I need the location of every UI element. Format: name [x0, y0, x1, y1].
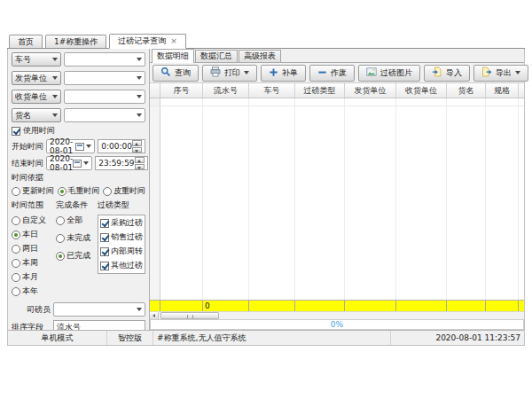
col-header-weigh-type[interactable]: 过磅类型 [295, 83, 345, 98]
grid-new-row[interactable] [150, 98, 524, 106]
weigh-image-button[interactable]: 过磅图片 [358, 65, 420, 82]
status-system-name: #称重系统,无人值守系统 [153, 331, 391, 345]
sort-field-label: 排序字段 [12, 322, 51, 331]
tab-advanced-report[interactable]: 高级报表 [239, 50, 281, 62]
use-time-checkbox[interactable] [12, 127, 20, 136]
chevron-down-icon [137, 308, 142, 311]
chevron-down-icon [52, 58, 58, 61]
grid-empty-area [150, 106, 524, 300]
start-time-label: 开始时间 [12, 141, 43, 153]
tab-data-summary[interactable]: 数据汇总 [195, 50, 238, 62]
tab-record-query[interactable]: 过磅记录查询 × [109, 34, 186, 49]
shipper-field-label: 发货单位 [15, 73, 47, 84]
data-tab-bar: 数据明细 数据汇总 高级报表 [150, 49, 524, 63]
goods-field-selector[interactable]: 货名 [12, 108, 61, 122]
start-date-picker[interactable]: 2020-08-01 [46, 139, 95, 153]
scrollbar-thumb[interactable] [160, 312, 219, 319]
chevron-down-icon [137, 76, 142, 80]
spinner-up-icon[interactable] [135, 157, 145, 163]
end-date-value: 2020-08-01 [50, 154, 73, 172]
radio-selected-icon [56, 252, 65, 261]
shipper-value-combo[interactable] [64, 71, 145, 85]
radio-unfinished[interactable]: 未完成 [56, 232, 94, 244]
scroll-left-arrow-icon[interactable] [150, 312, 159, 319]
radio-this-month[interactable]: 本月 [12, 271, 52, 283]
data-panel: 数据明细 数据汇总 高级报表 查询 打印 [150, 49, 524, 330]
calendar-icon [75, 143, 84, 151]
radio-gross-time[interactable]: 毛重时间 [58, 185, 100, 197]
chevron-down-icon [515, 71, 520, 74]
progress-bar: 0% [150, 319, 524, 330]
col-header-seq[interactable]: 序号 [160, 83, 203, 98]
spinner-down-icon[interactable] [135, 164, 145, 170]
checkbox-purchase[interactable]: 采购过磅 [100, 217, 143, 229]
radio-this-week[interactable]: 本周 [12, 257, 52, 269]
radio-this-year[interactable]: 本年 [12, 286, 52, 297]
chevron-down-icon [83, 161, 89, 165]
radio-custom[interactable]: 自定义 [12, 215, 52, 226]
start-time-spinner[interactable]: 0:00:00 [98, 139, 145, 153]
col-header-goods[interactable]: 货名 [447, 83, 486, 98]
close-icon[interactable]: × [170, 37, 177, 45]
document-tab-bar: 首页 1#称重操作 过磅记录查询 × [7, 34, 525, 49]
query-button[interactable]: 查询 [153, 65, 199, 82]
chevron-down-icon [52, 76, 58, 80]
receiver-value-combo[interactable] [64, 90, 145, 104]
supplement-button[interactable]: 补单 [261, 65, 306, 82]
progress-percent: 0% [331, 320, 343, 329]
shipper-field-selector[interactable]: 发货单位 [12, 71, 61, 85]
tab-weigh-operation-label: 1#称重操作 [54, 36, 98, 48]
col-header-filler [519, 83, 524, 98]
radio-icon [12, 273, 20, 282]
records-grid: 序号 流水号 车号 过磅类型 发货单位 收货单位 货名 规格 [150, 83, 524, 311]
radio-finished[interactable]: 已完成 [56, 250, 94, 262]
goods-value-combo[interactable] [64, 108, 145, 122]
radio-icon [56, 234, 65, 243]
export-button[interactable]: 导出 [473, 65, 528, 82]
radio-all[interactable]: 全部 [56, 215, 94, 226]
time-range-group: 时间范围 自定义 本日 两日 本周 本月 本年 [12, 200, 52, 300]
radio-today[interactable]: 本日 [12, 229, 52, 240]
status-mode: 单机模式 [8, 331, 107, 345]
end-date-picker[interactable]: 2020-08-01 [46, 156, 92, 170]
weigher-combo[interactable] [53, 302, 145, 317]
checkbox-checked-icon [100, 262, 109, 270]
col-header-shipper[interactable]: 发货单位 [345, 83, 396, 98]
radio-update-time[interactable]: 更新时间 [12, 185, 54, 197]
import-button[interactable]: 导入 [424, 65, 470, 82]
spinner-up-icon[interactable] [132, 140, 142, 146]
checkbox-checked-icon [100, 247, 109, 256]
tab-weigh-operation[interactable]: 1#称重操作 [45, 35, 106, 48]
receiver-field-selector[interactable]: 收货单位 [12, 90, 61, 104]
checkbox-checked-icon [100, 219, 109, 228]
radio-tare-time[interactable]: 皮重时间 [103, 185, 145, 197]
radio-icon [12, 216, 20, 225]
spinner-down-icon[interactable] [132, 147, 142, 153]
checkbox-internal[interactable]: 内部周转 [100, 246, 143, 257]
chevron-down-icon [52, 113, 58, 117]
time-range-label: 时间范围 [12, 200, 52, 211]
radio-two-days[interactable]: 两日 [12, 243, 52, 254]
horizontal-scrollbar[interactable] [150, 311, 524, 319]
tab-home[interactable]: 首页 [9, 35, 43, 48]
col-header-spec[interactable]: 规格 [486, 83, 519, 98]
tab-data-detail[interactable]: 数据明细 [152, 49, 194, 63]
checkbox-sale[interactable]: 销售过磅 [100, 231, 143, 243]
col-header-receiver[interactable]: 收货单位 [396, 83, 447, 98]
printer-icon [210, 66, 221, 79]
radio-selected-icon [12, 231, 20, 239]
tab-home-label: 首页 [18, 36, 34, 48]
print-button[interactable]: 打印 [202, 65, 257, 82]
radio-icon [12, 259, 20, 268]
col-header-serial[interactable]: 流水号 [203, 83, 249, 98]
void-button[interactable]: 作废 [309, 65, 355, 82]
vehicle-value-combo[interactable] [64, 52, 145, 66]
weigher-label: 司磅员 [12, 304, 51, 316]
checkbox-other[interactable]: 其他过磅 [100, 260, 143, 271]
vehicle-field-selector[interactable]: 车号 [12, 52, 61, 66]
sort-field-input[interactable]: 流水号 [53, 320, 145, 330]
end-time-spinner[interactable]: 23:59:59 [95, 156, 147, 170]
start-date-value: 2020-08-01 [50, 137, 75, 155]
col-header-vehicle[interactable]: 车号 [249, 83, 295, 98]
status-datetime: 2020-08-01 11:23:57 [391, 331, 524, 345]
